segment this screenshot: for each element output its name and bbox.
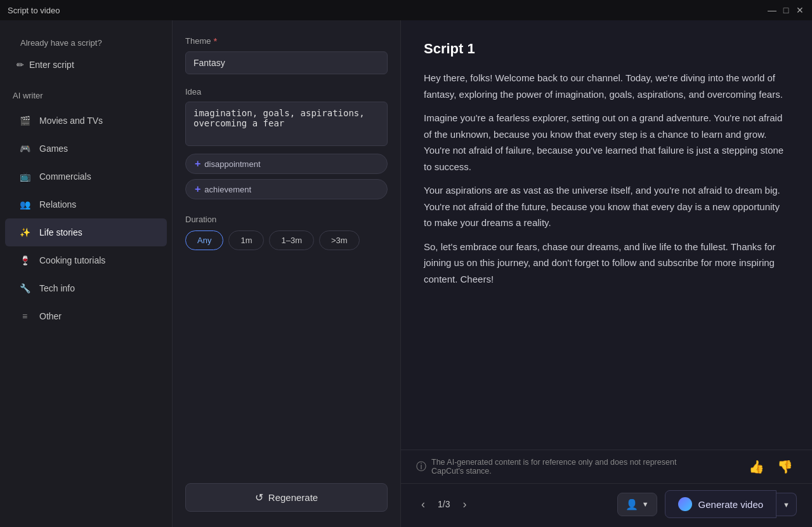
form-panel: Theme * Idea imagination, goals, aspirat… (173, 20, 401, 527)
sidebar-item-games-label: Games (39, 143, 68, 154)
enter-script-area: Already have a script? ✏ Enter script (0, 30, 172, 86)
tech-icon: 🔧 (18, 281, 32, 295)
sidebar-item-commercials[interactable]: 📺 Commercials (5, 163, 167, 190)
tag-achievement-label: achievement (204, 185, 251, 194)
generate-video-icon (678, 497, 692, 511)
sidebar-item-tech-label: Tech info (39, 283, 75, 293)
duration-1-3m-button[interactable]: 1–3m (269, 230, 314, 250)
enter-script-heading: Already have a script? (8, 36, 164, 54)
cooking-icon: 🍷 (18, 253, 32, 267)
sidebar-item-commercials-label: Commercials (39, 171, 91, 182)
theme-input[interactable] (185, 51, 388, 74)
pencil-icon: ✏ (16, 60, 24, 70)
sidebar-item-other-label: Other (39, 311, 62, 321)
main-content: Theme * Idea imagination, goals, aspirat… (173, 20, 812, 527)
window-controls: — □ ✕ (768, 6, 804, 15)
thumbs-down-button[interactable]: 👎 (773, 457, 797, 477)
page-indicator: 1/3 (438, 499, 450, 509)
sidebar-item-games[interactable]: 🎮 Games (5, 135, 167, 163)
generate-dropdown-chevron-icon: ▼ (783, 501, 790, 509)
idea-textarea[interactable]: imagination, goals, aspirations, overcom… (185, 102, 388, 146)
generate-video-button[interactable]: Generate video (665, 490, 777, 518)
tag-disappointment[interactable]: + disappointment (185, 154, 388, 174)
duration-1m-button[interactable]: 1m (228, 230, 264, 250)
relations-icon: 👥 (18, 197, 32, 211)
tag-plus-icon-2: + (195, 183, 200, 195)
sidebar-item-relations[interactable]: 👥 Relations (5, 190, 167, 218)
sidebar-item-movies[interactable]: 🎬 Movies and TVs (5, 107, 167, 135)
minimize-button[interactable]: — (768, 6, 776, 15)
avatar-icon: 👤 (625, 498, 638, 510)
enter-script-label: Enter script (29, 60, 74, 70)
ai-writer-label: AI writer (0, 86, 172, 107)
generate-area: 👤 ▼ Generate video ▼ (617, 490, 797, 518)
avatar-select-button[interactable]: 👤 ▼ (617, 493, 657, 516)
disclaimer-text: The AI-generated content is for referenc… (431, 458, 683, 476)
duration-buttons: Any 1m 1–3m >3m (185, 230, 388, 250)
sidebar: Already have a script? ✏ Enter script AI… (0, 20, 173, 527)
other-icon: ≡ (18, 309, 32, 323)
duration-label: Duration (185, 215, 388, 224)
required-indicator: * (213, 36, 217, 46)
script-paragraph-3: Your aspirations are as vast as the univ… (424, 182, 789, 231)
script-paragraph-1: Hey there, folks! Welcome back to our ch… (424, 70, 789, 102)
sidebar-item-lifestories[interactable]: ✨ Life stories (5, 218, 167, 246)
feedback-buttons: 👍 👎 (745, 457, 797, 477)
duration-any-button[interactable]: Any (185, 230, 223, 250)
script-bottom-bar: ‹ 1/3 › 👤 ▼ Generate video (401, 483, 812, 527)
tag-achievement[interactable]: + achievement (185, 179, 388, 199)
sidebar-item-cooking-label: Cooking tutorials (39, 255, 105, 265)
script-content: Script 1 Hey there, folks! Welcome back … (401, 20, 812, 450)
script-paragraph-2: Imagine you're a fearless explorer, sett… (424, 110, 789, 175)
thumbs-up-button[interactable]: 👍 (745, 457, 768, 477)
regenerate-icon: ↺ (255, 491, 263, 504)
enter-script-button[interactable]: ✏ Enter script (8, 54, 164, 76)
regenerate-label: Regenerate (268, 492, 318, 503)
sidebar-item-relations-label: Relations (39, 199, 76, 210)
script-footer: ⓘ The AI-generated content is for refere… (401, 450, 812, 483)
regenerate-button[interactable]: ↺ Regenerate (185, 483, 388, 512)
total-pages: 3 (445, 499, 450, 509)
sidebar-item-lifestories-label: Life stories (39, 227, 82, 237)
theme-label: Theme * (185, 36, 388, 46)
sidebar-item-tech[interactable]: 🔧 Tech info (5, 274, 167, 302)
idea-label: Idea (185, 87, 388, 97)
sidebar-item-cooking[interactable]: 🍷 Cooking tutorials (5, 246, 167, 274)
script-paragraph-4: So, let's embrace our fears, chase our d… (424, 239, 789, 288)
script-title: Script 1 (424, 41, 789, 57)
generate-video-label: Generate video (698, 499, 764, 510)
prev-page-button[interactable]: ‹ (416, 495, 430, 514)
tag-plus-icon: + (195, 158, 200, 170)
sidebar-item-movies-label: Movies and TVs (39, 116, 103, 126)
sidebar-item-other[interactable]: ≡ Other (5, 302, 167, 330)
lifestories-icon: ✨ (18, 225, 32, 239)
info-icon: ⓘ (416, 460, 426, 474)
duration-3m-plus-button[interactable]: >3m (319, 230, 360, 250)
ai-disclaimer: ⓘ The AI-generated content is for refere… (416, 458, 683, 476)
pagination: ‹ 1/3 › (416, 495, 471, 514)
script-body: Hey there, folks! Welcome back to our ch… (424, 70, 789, 287)
generate-video-dropdown-button[interactable]: ▼ (776, 493, 797, 516)
script-panel: Script 1 Hey there, folks! Welcome back … (401, 20, 812, 527)
commercials-icon: 📺 (18, 170, 32, 183)
app-body: Already have a script? ✏ Enter script AI… (0, 20, 812, 527)
close-button[interactable]: ✕ (796, 6, 804, 15)
app-title: Script to video (8, 6, 60, 15)
movies-icon: 🎬 (18, 114, 32, 128)
current-page: 1 (438, 499, 443, 509)
title-bar: Script to video — □ ✕ (0, 0, 812, 20)
tag-disappointment-label: disappointment (204, 159, 260, 169)
maximize-button[interactable]: □ (782, 6, 790, 15)
avatar-dropdown-icon: ▼ (642, 500, 649, 508)
next-page-button[interactable]: › (457, 495, 471, 514)
games-icon: 🎮 (18, 142, 32, 156)
